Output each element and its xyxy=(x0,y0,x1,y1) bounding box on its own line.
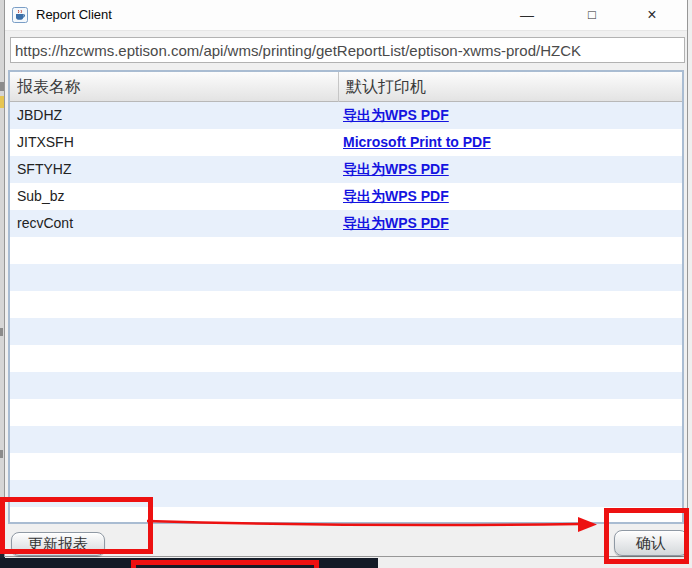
table-row[interactable]: JBDHZ 导出为WPS PDF xyxy=(10,102,682,129)
update-reports-button[interactable]: 更新报表 xyxy=(11,532,105,556)
screen: Report Client — □ × 报表名称 默认打印机 JBDHZ 导出为… xyxy=(0,0,692,568)
maximize-button[interactable]: □ xyxy=(570,0,614,31)
printer-link[interactable]: Microsoft Print to PDF xyxy=(343,129,491,156)
title-bar[interactable]: Report Client — □ × xyxy=(5,0,687,31)
table-header: 报表名称 默认打印机 xyxy=(10,72,682,102)
taskbar xyxy=(0,558,378,568)
table-row[interactable]: JITXSFH Microsoft Print to PDF xyxy=(10,129,682,156)
report-name-cell: recvCont xyxy=(17,210,73,237)
confirm-button[interactable]: 确认 xyxy=(614,530,688,556)
report-name-cell: Sub_bz xyxy=(17,183,64,210)
minimize-button[interactable]: — xyxy=(505,0,549,31)
table-row[interactable]: SFTYHZ 导出为WPS PDF xyxy=(10,156,682,183)
close-button[interactable]: × xyxy=(630,0,674,31)
report-name-cell: SFTYHZ xyxy=(17,156,71,183)
java-app-icon xyxy=(12,7,28,23)
background-fragment xyxy=(0,450,3,458)
report-table: 报表名称 默认打印机 JBDHZ 导出为WPS PDF JITXSFH Micr… xyxy=(8,70,684,524)
table-row[interactable]: recvCont 导出为WPS PDF xyxy=(10,210,682,237)
printer-link[interactable]: 导出为WPS PDF xyxy=(343,156,449,183)
column-header-default-printer[interactable]: 默认打印机 xyxy=(339,72,682,102)
column-header-report-name[interactable]: 报表名称 xyxy=(10,72,339,102)
printer-link[interactable]: 导出为WPS PDF xyxy=(343,210,449,237)
table-body: JBDHZ 导出为WPS PDF JITXSFH Microsoft Print… xyxy=(10,102,682,522)
report-client-window: Report Client — □ × 报表名称 默认打印机 JBDHZ 导出为… xyxy=(4,0,688,557)
printer-link[interactable]: 导出为WPS PDF xyxy=(343,183,449,210)
background-fragment xyxy=(0,328,3,336)
table-row[interactable]: Sub_bz 导出为WPS PDF xyxy=(10,183,682,210)
report-name-cell: JITXSFH xyxy=(17,129,74,156)
report-name-cell: JBDHZ xyxy=(17,102,62,129)
window-title: Report Client xyxy=(36,7,112,22)
printer-link[interactable]: 导出为WPS PDF xyxy=(343,102,449,129)
report-url-field[interactable] xyxy=(10,37,685,63)
